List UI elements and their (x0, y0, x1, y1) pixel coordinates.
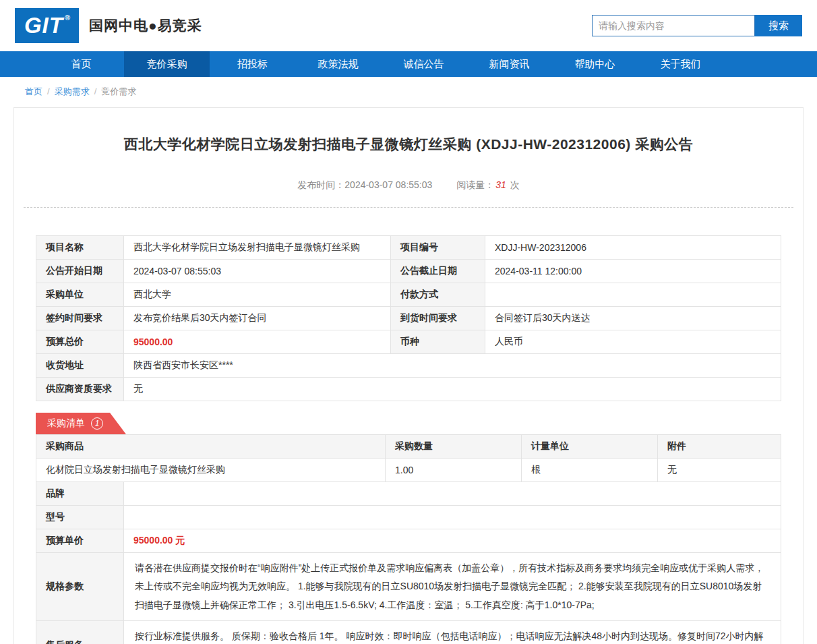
field-label: 签约时间要求 (36, 307, 124, 330)
site-name: 国网中电●易竞采 (89, 16, 202, 35)
nav-item-home[interactable]: 首页 (38, 51, 124, 77)
column-header: 采购商品 (36, 435, 386, 459)
page-title: 西北大学化材学院日立场发射扫描电子显微镜灯丝采购 (XDJJ-HW-202312… (36, 135, 781, 154)
field-value: XDJJ-HW-202312006 (485, 236, 781, 260)
product-quantity: 1.00 (386, 459, 522, 482)
field-label: 规格参数 (36, 553, 124, 621)
table-row: 公告开始日期 2024-03-07 08:55:03 公告截止日期 2024-0… (36, 260, 781, 283)
breadcrumb-current: 竞价需求 (101, 86, 136, 96)
nav-item-policy[interactable]: 政策法规 (295, 51, 381, 77)
table-row: 型号 (36, 506, 781, 529)
table-row: 规格参数 请各潜在供应商提交报价时在“响应附件”处上传正式报价单及需求响应偏离表… (36, 553, 781, 621)
table-row: 售后服务 按行业标准提供服务。 质保期：验收合格后 1年。 响应时效：即时响应（… (36, 620, 781, 644)
table-row: 项目名称 西北大学化材学院日立场发射扫描电子显微镜灯丝采购 项目编号 XDJJ-… (36, 236, 781, 260)
field-value: 发布竞价结果后30天内签订合同 (124, 307, 391, 330)
table-row: 品牌 (36, 482, 781, 506)
item-detail-table: 品牌 型号 预算单价 95000.00 元 规格参数 请各潜在供应商提交报价时在… (36, 481, 781, 644)
search-button[interactable]: 搜索 (755, 15, 802, 36)
after-sales-value: 按行业标准提供服务。 质保期：验收合格后 1年。 响应时效：即时响应（包括电话响… (124, 620, 781, 644)
table-row: 签约时间要求 发布竞价结果后30天内签订合同 到货时间要求 合同签订后30天内送… (36, 307, 781, 330)
field-value (485, 283, 781, 307)
model-value (124, 506, 781, 529)
field-value: 西北大学 (124, 283, 391, 307)
search-bar: 搜索 (592, 15, 802, 36)
product-attachment: 无 (658, 459, 781, 482)
read-count: 阅读量：31 次 (456, 179, 519, 190)
purchase-items-table: 采购商品 采购数量 计量单位 附件 化材院日立场发射扫描电子显微镜灯丝采购 1.… (36, 434, 781, 482)
spec-parameters-value: 请各潜在供应商提交报价时在“响应附件”处上传正式报价单及需求响应偏离表（加盖公章… (124, 553, 781, 621)
nav-item-bidding-purchase[interactable]: 竞价采购 (124, 51, 210, 77)
field-label: 币种 (391, 330, 485, 354)
registered-mark-icon: ® (65, 13, 71, 22)
article-meta: 发布时间：2024-03-07 08:55:03 阅读量：31 次 (24, 179, 793, 208)
announcement-card: 西北大学化材学院日立场发射扫描电子显微镜灯丝采购 (XDJJ-HW-202312… (13, 107, 804, 644)
nav-item-about[interactable]: 关于我们 (638, 51, 723, 77)
field-value: 2024-03-07 08:55:03 (124, 260, 391, 283)
product-name: 化材院日立场发射扫描电子显微镜灯丝采购 (36, 459, 386, 482)
field-label: 品牌 (36, 482, 124, 506)
table-row: 预算总价 95000.00 币种 人民币 (36, 330, 781, 354)
breadcrumb-purchase-demand[interactable]: 采购需求 (55, 86, 90, 96)
table-row: 化材院日立场发射扫描电子显微镜灯丝采购 1.00 根 无 (36, 459, 781, 482)
read-count-value: 31 (495, 179, 506, 190)
main-nav: 首页 竞价采购 招投标 政策法规 诚信公告 新闻资讯 帮助中心 关于我们 (0, 51, 817, 77)
field-label: 付款方式 (391, 283, 485, 307)
logo-text: GIT (24, 13, 63, 38)
field-label: 供应商资质要求 (36, 378, 124, 401)
column-header: 采购数量 (386, 435, 522, 459)
field-label: 公告截止日期 (391, 260, 485, 283)
field-value: 2024-03-11 12:00:00 (485, 260, 781, 283)
column-header: 计量单位 (522, 435, 658, 459)
site-header: GIT® 国网中电●易竞采 搜索 (0, 0, 817, 51)
project-info-table: 项目名称 西北大学化材学院日立场发射扫描电子显微镜灯丝采购 项目编号 XDJJ-… (36, 235, 781, 401)
table-row: 采购单位 西北大学 付款方式 (36, 283, 781, 307)
unit-price-value: 95000.00 元 (124, 529, 781, 553)
nav-item-integrity[interactable]: 诚信公告 (381, 51, 466, 77)
brand-value (124, 482, 781, 506)
table-row: 预算单价 95000.00 元 (36, 529, 781, 553)
field-label: 项目编号 (391, 236, 485, 260)
table-row: 供应商资质要求 无 (36, 378, 781, 401)
field-label: 项目名称 (36, 236, 124, 260)
field-label: 采购单位 (36, 283, 124, 307)
nav-item-news[interactable]: 新闻资讯 (466, 51, 552, 77)
breadcrumb: 首页/采购需求/竞价需求 (0, 77, 817, 106)
nav-item-help[interactable]: 帮助中心 (552, 51, 638, 77)
item-count-badge: 1 (91, 417, 103, 430)
field-label: 预算总价 (36, 330, 124, 354)
table-header-row: 采购商品 采购数量 计量单位 附件 (36, 435, 781, 459)
field-value: 陕西省西安市长安区**** (124, 354, 781, 378)
field-label: 售后服务 (36, 620, 124, 644)
publish-time: 发布时间：2024-03-07 08:55:03 (297, 179, 432, 190)
field-value: 人民币 (485, 330, 781, 354)
table-row: 收货地址 陕西省西安市长安区**** (36, 354, 781, 378)
field-label: 预算单价 (36, 529, 124, 553)
purchase-list-tab[interactable]: 采购清单 1 (36, 413, 126, 434)
field-label: 公告开始日期 (36, 260, 124, 283)
budget-total-value: 95000.00 (124, 330, 391, 354)
field-label: 收货地址 (36, 354, 124, 378)
breadcrumb-separator: / (94, 86, 97, 96)
nav-item-tender[interactable]: 招投标 (210, 51, 295, 77)
product-unit: 根 (522, 459, 658, 482)
field-value: 西北大学化材学院日立场发射扫描电子显微镜灯丝采购 (124, 236, 391, 260)
column-header: 附件 (658, 435, 781, 459)
field-value: 合同签订后30天内送达 (485, 307, 781, 330)
site-logo[interactable]: GIT® (15, 8, 79, 43)
search-input[interactable] (592, 15, 755, 36)
breadcrumb-home[interactable]: 首页 (25, 86, 42, 96)
field-label: 到货时间要求 (391, 307, 485, 330)
breadcrumb-separator: / (47, 86, 50, 96)
purchase-list-tab-label: 采购清单 (47, 417, 85, 430)
field-label: 型号 (36, 506, 124, 529)
field-value: 无 (124, 378, 781, 401)
